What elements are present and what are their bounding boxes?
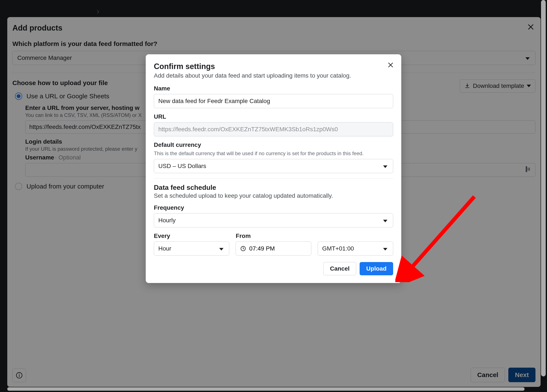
currency-select[interactable]: USD – US Dollars (154, 159, 393, 173)
url-value: https://feeds.feedr.com/OxEXKEZnTZ75txWE… (158, 126, 338, 132)
from-time-value: 07:49 PM (249, 245, 275, 252)
from-label: From (236, 233, 311, 239)
name-label: Name (154, 85, 393, 92)
url-label: URL (154, 113, 393, 120)
modal-upload-button[interactable]: Upload (360, 262, 393, 275)
svg-marker-12 (383, 248, 387, 250)
every-value: Hour (158, 245, 171, 252)
modal-title: Confirm settings (154, 62, 393, 71)
svg-marker-8 (383, 165, 387, 168)
currency-desc: This is the default currency that will b… (154, 151, 393, 157)
name-input[interactable]: New data feed for Feedr Example Catalog (154, 94, 393, 108)
svg-line-13 (408, 197, 474, 271)
every-select[interactable]: Hour (154, 241, 229, 256)
modal-subtitle: Add details about your data feed and sta… (154, 72, 393, 79)
frequency-label: Frequency (154, 204, 393, 211)
modal-cancel-button[interactable]: Cancel (323, 262, 356, 275)
caret-down-icon (383, 217, 387, 224)
url-input: https://feeds.feedr.com/OxEXKEZnTZ75txWE… (154, 122, 393, 136)
clock-icon (240, 246, 246, 252)
frequency-select[interactable]: Hourly (154, 213, 393, 227)
divider (154, 178, 393, 179)
annotation-arrow (395, 192, 485, 282)
schedule-subtitle: Set a scheduled upload to keep your cata… (154, 192, 393, 199)
timezone-select[interactable]: GMT+01:00 (318, 241, 393, 256)
svg-marker-10 (219, 248, 224, 250)
from-time-input[interactable]: 07:49 PM (236, 241, 311, 256)
caret-down-icon (219, 245, 224, 252)
caret-down-icon (383, 245, 387, 252)
close-icon[interactable] (387, 62, 394, 69)
scrollbar-horizontal[interactable] (7, 387, 525, 391)
scrollbar-vertical[interactable] (541, 0, 546, 376)
svg-marker-9 (383, 220, 387, 222)
currency-label: Default currency (154, 142, 393, 148)
currency-value: USD – US Dollars (158, 163, 206, 169)
name-value: New data feed for Feedr Example Catalog (158, 98, 270, 104)
caret-down-icon (383, 163, 387, 170)
every-label: Every (154, 233, 229, 239)
frequency-value: Hourly (158, 217, 176, 224)
schedule-title: Data feed schedule (154, 184, 393, 192)
confirm-settings-modal: Confirm settings Add details about your … (146, 54, 401, 283)
timezone-value: GMT+01:00 (322, 245, 354, 252)
